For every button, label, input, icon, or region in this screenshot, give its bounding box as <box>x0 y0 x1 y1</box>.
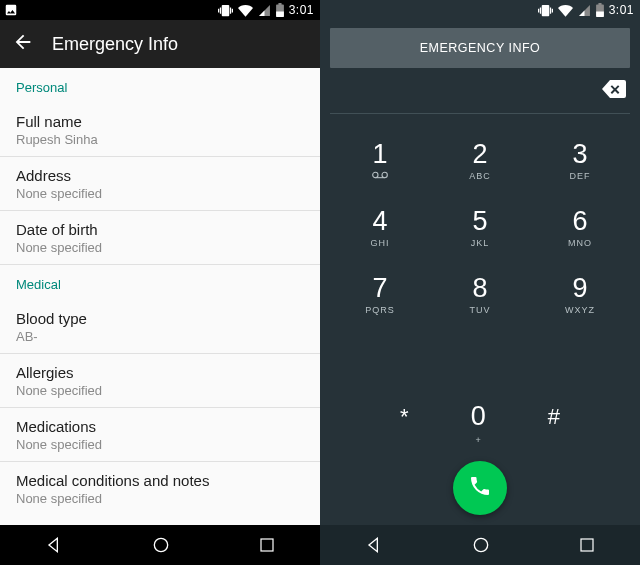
key-3[interactable]: 3DEF <box>530 128 630 195</box>
row-dob[interactable]: Date of birth None specified <box>0 211 320 265</box>
row-conditions[interactable]: Medical conditions and notes None specif… <box>0 462 320 515</box>
key-0[interactable]: 0+ <box>471 401 486 445</box>
nav-back-icon[interactable] <box>44 535 64 555</box>
key-9[interactable]: 9WXYZ <box>530 262 630 329</box>
wifi-icon <box>238 3 253 18</box>
svg-rect-1 <box>261 539 273 551</box>
key-8[interactable]: 8TUV <box>430 262 530 329</box>
nav-home-icon[interactable] <box>471 535 491 555</box>
svg-point-0 <box>154 538 167 551</box>
app-bar: Emergency Info <box>0 20 320 68</box>
svg-rect-5 <box>581 539 593 551</box>
nav-home-icon[interactable] <box>151 535 171 555</box>
battery-icon <box>596 3 604 17</box>
status-bar: 3:01 <box>320 0 640 20</box>
svg-point-4 <box>474 538 487 551</box>
row-full-name[interactable]: Full name Rupesh Sinha <box>0 103 320 157</box>
vibrate-icon <box>538 3 553 18</box>
phone-icon <box>468 474 492 502</box>
svg-point-3 <box>382 173 387 178</box>
nav-bar <box>0 525 320 565</box>
section-header-medical: Medical <box>0 265 320 300</box>
status-time: 3:01 <box>289 3 314 17</box>
back-icon[interactable] <box>12 31 34 57</box>
keypad: 1 2ABC 3DEF 4GHI 5JKL 6MNO 7PQRS 8TUV 9W… <box>320 114 640 395</box>
bottom-row: * 0+ # <box>320 395 640 461</box>
page-title: Emergency Info <box>52 34 178 55</box>
signal-icon <box>578 4 591 17</box>
row-address[interactable]: Address None specified <box>0 157 320 211</box>
call-button[interactable] <box>453 461 507 515</box>
digits-display <box>330 68 630 114</box>
key-star[interactable]: * <box>400 404 409 443</box>
info-page: Personal Full name Rupesh Sinha Address … <box>0 68 320 525</box>
key-6[interactable]: 6MNO <box>530 195 630 262</box>
key-2[interactable]: 2ABC <box>430 128 530 195</box>
wifi-icon <box>558 3 573 18</box>
row-allergies[interactable]: Allergies None specified <box>0 354 320 408</box>
battery-icon <box>276 3 284 17</box>
dialer-page: EMERGENCY INFO 1 2ABC 3DEF 4GHI 5JKL 6MN… <box>320 20 640 525</box>
key-4[interactable]: 4GHI <box>330 195 430 262</box>
key-1[interactable]: 1 <box>330 128 430 195</box>
key-hash[interactable]: # <box>548 404 560 443</box>
emergency-info-button[interactable]: EMERGENCY INFO <box>330 28 630 68</box>
backspace-icon[interactable] <box>602 80 626 102</box>
nav-recents-icon[interactable] <box>578 536 596 554</box>
nav-back-icon[interactable] <box>364 535 384 555</box>
section-header-personal: Personal <box>0 68 320 103</box>
nav-recents-icon[interactable] <box>258 536 276 554</box>
phone-left-info: 3:01 Emergency Info Personal Full name R… <box>0 0 320 565</box>
signal-icon <box>258 4 271 17</box>
key-7[interactable]: 7PQRS <box>330 262 430 329</box>
status-bar: 3:01 <box>0 0 320 20</box>
status-time: 3:01 <box>609 3 634 17</box>
nav-bar <box>320 525 640 565</box>
picture-icon <box>4 3 18 17</box>
voicemail-icon <box>372 171 388 181</box>
row-medications[interactable]: Medications None specified <box>0 408 320 462</box>
key-5[interactable]: 5JKL <box>430 195 530 262</box>
row-blood-type[interactable]: Blood type AB- <box>0 300 320 354</box>
vibrate-icon <box>218 3 233 18</box>
phone-right-dialer: 3:01 EMERGENCY INFO 1 2ABC 3DEF 4GHI 5JK… <box>320 0 640 565</box>
svg-point-2 <box>373 173 378 178</box>
